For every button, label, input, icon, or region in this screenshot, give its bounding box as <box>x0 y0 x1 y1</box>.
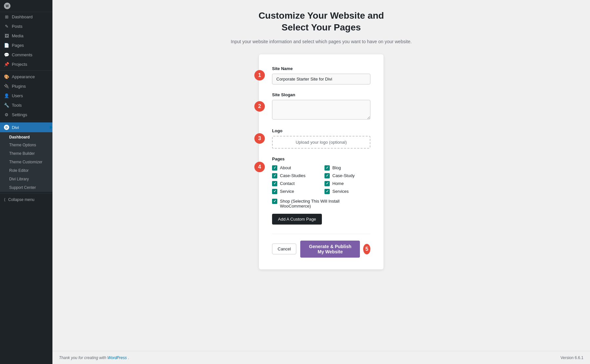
step-4-circle: 4 <box>254 162 265 172</box>
page-subtitle: Input your website information and selec… <box>231 38 412 45</box>
sidebar-label-posts: Posts <box>12 24 23 29</box>
blog-label: Blog <box>332 165 341 170</box>
sidebar-item-appearance[interactable]: 🎨 Appearance <box>0 72 52 82</box>
page-title: Customize Your Website and Select Your P… <box>259 10 384 34</box>
step-3-circle: 3 <box>254 133 265 144</box>
sidebar-item-posts[interactable]: ✎ Posts <box>0 22 52 31</box>
sidebar-label-appearance: Appearance <box>12 74 35 79</box>
sidebar-label-settings: Settings <box>12 112 27 117</box>
sidebar-item-theme-customizer[interactable]: Theme Customizer <box>0 158 52 166</box>
page-item-contact[interactable]: ✓ Contact <box>272 181 318 186</box>
sidebar-item-users[interactable]: 👤 Users <box>0 91 52 100</box>
sidebar-label-dashboard: Dashboard <box>12 14 33 19</box>
step-5-circle: 5 <box>363 244 370 254</box>
media-icon: 🖼 <box>4 33 9 38</box>
case-studies-check-icon: ✓ <box>272 173 277 178</box>
blog-check-icon: ✓ <box>324 165 330 171</box>
sidebar-label-users: Users <box>12 93 23 98</box>
footer-thank-you-text: Thank you for creating with <box>59 355 107 360</box>
sidebar-item-comments[interactable]: 💬 Comments <box>0 50 52 60</box>
generate-publish-button[interactable]: Generate & Publish My Website <box>300 241 360 258</box>
about-label: About <box>280 165 291 170</box>
page-body: Customize Your Website and Select Your P… <box>52 0 590 351</box>
page-item-case-study[interactable]: ✓ Case-Study <box>324 173 370 178</box>
about-check-icon: ✓ <box>272 165 277 171</box>
wp-logo-area[interactable]: W <box>0 0 52 12</box>
comments-icon: 💬 <box>4 52 9 57</box>
divi-submenu-header: Dashboard <box>0 132 52 141</box>
version-text: Version 6.6.1 <box>560 355 583 360</box>
contact-check-icon: ✓ <box>272 181 277 186</box>
footer-text: Thank you for creating with WordPress . <box>59 355 129 360</box>
step-1-label: Site Name <box>272 66 370 71</box>
form-card-wrapper: 1 Site Name 2 Site Slogan 3 Logo Upload … <box>239 54 403 269</box>
home-label: Home <box>332 181 344 186</box>
tools-icon: 🔧 <box>4 103 9 108</box>
case-studies-label: Case-Studies <box>280 173 305 178</box>
page-item-service[interactable]: ✓ Service <box>272 189 318 194</box>
service-check-icon: ✓ <box>272 189 277 194</box>
divi-icon: D <box>4 125 9 130</box>
home-check-icon: ✓ <box>324 181 330 186</box>
sidebar-item-role-editor[interactable]: Role Editor <box>0 166 52 175</box>
main-content: Customize Your Website and Select Your P… <box>52 0 590 364</box>
posts-icon: ✎ <box>4 24 9 29</box>
step-3-label: Logo <box>272 128 370 133</box>
sidebar-label-media: Media <box>12 33 23 38</box>
add-custom-page-button[interactable]: Add A Custom Page <box>272 214 322 225</box>
page-item-about[interactable]: ✓ About <box>272 165 318 171</box>
wordpress-link[interactable]: WordPress <box>107 355 127 360</box>
service-label: Service <box>280 189 294 194</box>
sidebar-item-media[interactable]: 🖼 Media <box>0 31 52 41</box>
sidebar-item-theme-builder[interactable]: Theme Builder <box>0 149 52 158</box>
sidebar-item-tools[interactable]: 🔧 Tools <box>0 100 52 110</box>
shop-label: Shop (Selecting This Will Install WooCom… <box>280 199 370 209</box>
step-1-circle: 1 <box>254 70 265 81</box>
sidebar-item-settings[interactable]: ⚙ Settings <box>0 110 52 119</box>
page-item-case-studies[interactable]: ✓ Case-Studies <box>272 173 318 178</box>
step-4-section: 4 Pages ✓ About ✓ Blog ✓ <box>272 156 370 225</box>
wp-logo-icon: W <box>4 3 10 9</box>
form-footer: Cancel Generate & Publish My Website 5 <box>272 234 370 258</box>
sidebar-item-divi[interactable]: D Divi <box>0 122 52 132</box>
site-name-input[interactable] <box>272 74 370 84</box>
footer-period: . <box>128 355 129 360</box>
sidebar-label-pages: Pages <box>12 43 24 48</box>
case-study-label: Case-Study <box>332 173 355 178</box>
services-check-icon: ✓ <box>324 189 330 194</box>
step-2-section: 2 Site Slogan <box>272 92 370 120</box>
sidebar-nav: ⊞ Dashboard ✎ Posts 🖼 Media 📄 Pages 💬 Co… <box>0 12 52 364</box>
page-footer: Thank you for creating with WordPress . … <box>52 351 590 364</box>
pages-icon: 📄 <box>4 43 9 48</box>
services-label: Services <box>332 189 349 194</box>
sidebar-label-plugins: Plugins <box>12 84 26 89</box>
site-slogan-input[interactable] <box>272 100 370 119</box>
dashboard-icon: ⊞ <box>4 14 9 19</box>
shop-check-icon: ✓ <box>272 199 277 204</box>
sidebar-item-plugins[interactable]: 🔌 Plugins <box>0 82 52 91</box>
collapse-menu-button[interactable]: ⟨ Collapse menu <box>0 195 52 205</box>
appearance-icon: 🎨 <box>4 74 9 79</box>
page-item-services[interactable]: ✓ Services <box>324 189 370 194</box>
page-item-blog[interactable]: ✓ Blog <box>324 165 370 171</box>
collapse-icon: ⟨ <box>4 197 6 202</box>
sidebar-item-projects[interactable]: 📌 Projects <box>0 60 52 69</box>
sidebar-item-support-center[interactable]: Support Center <box>0 183 52 192</box>
sidebar-item-dashboard[interactable]: ⊞ Dashboard <box>0 12 52 22</box>
cancel-button[interactable]: Cancel <box>272 244 296 254</box>
sidebar-item-pages[interactable]: 📄 Pages <box>0 41 52 50</box>
logo-upload-button[interactable]: Upload your logo (optional) <box>272 136 370 149</box>
settings-icon: ⚙ <box>4 112 9 117</box>
plugins-icon: 🔌 <box>4 84 9 89</box>
step-3-section: 3 Logo Upload your logo (optional) <box>272 128 370 149</box>
collapse-menu-label: Collapse menu <box>8 197 34 202</box>
sidebar: W ⊞ Dashboard ✎ Posts 🖼 Media 📄 Pages 💬 … <box>0 0 52 364</box>
step-2-label: Site Slogan <box>272 92 370 97</box>
page-item-shop[interactable]: ✓ Shop (Selecting This Will Install WooC… <box>272 199 370 209</box>
sidebar-label-comments: Comments <box>12 52 32 57</box>
sidebar-item-divi-library[interactable]: Divi Library <box>0 175 52 183</box>
page-item-home[interactable]: ✓ Home <box>324 181 370 186</box>
sidebar-item-theme-options[interactable]: Theme Options <box>0 141 52 149</box>
contact-label: Contact <box>280 181 295 186</box>
projects-icon: 📌 <box>4 62 9 67</box>
